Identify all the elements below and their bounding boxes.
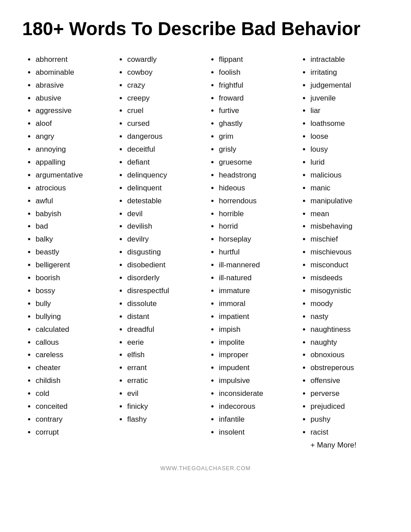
list-item: dissolute: [127, 298, 201, 310]
list-item: impatient: [219, 310, 293, 323]
list-item: cowboy: [127, 66, 201, 79]
list-item: distant: [127, 310, 201, 323]
list-item: irritating: [310, 66, 384, 79]
list-item: mischief: [310, 233, 384, 246]
list-item: corrupt: [36, 426, 109, 439]
list-item: abrasive: [36, 79, 109, 92]
list-item: boorish: [36, 272, 109, 285]
list-item: impish: [219, 323, 293, 336]
word-list-1: abhorrentabominableabrasiveabusiveaggres…: [27, 53, 109, 439]
list-item: flippant: [219, 53, 293, 66]
list-item: naughtiness: [310, 323, 384, 336]
list-item: bullying: [36, 310, 109, 323]
list-item: cheater: [36, 362, 109, 375]
word-list-2: cowardlycowboycrazycreepycruelcurseddang…: [118, 53, 201, 426]
list-item: furtive: [219, 105, 293, 117]
list-item: judgemental: [310, 79, 384, 92]
list-item: misconduct: [310, 259, 384, 272]
list-item: awful: [36, 195, 109, 208]
list-item: impudent: [219, 362, 293, 375]
list-item: offensive: [310, 375, 384, 387]
list-item: disgusting: [127, 246, 201, 259]
list-item: delinquent: [127, 182, 201, 195]
list-item: abominable: [36, 66, 109, 79]
column-2: cowardlycowboycrazycreepycruelcurseddang…: [114, 53, 206, 452]
list-item: detestable: [127, 195, 201, 208]
list-item: malicious: [310, 169, 384, 182]
footer-text: WWW.THEGOALCHASER.COM: [22, 465, 389, 472]
list-item: aggressive: [36, 105, 109, 117]
list-item: grim: [219, 130, 293, 143]
list-item: bully: [36, 298, 109, 310]
list-item: finicky: [127, 400, 201, 413]
list-item: frightful: [219, 79, 293, 92]
list-item: lousy: [310, 143, 384, 156]
list-item: delinquency: [127, 169, 201, 182]
list-item: bad: [36, 220, 109, 233]
list-item: contrary: [36, 413, 109, 426]
list-item: disorderly: [127, 272, 201, 285]
list-item: immoral: [219, 298, 293, 310]
list-item: abusive: [36, 92, 109, 105]
list-item: cold: [36, 387, 109, 400]
list-item: misbehaving: [310, 220, 384, 233]
list-item: careless: [36, 349, 109, 362]
list-item: pushy: [310, 413, 384, 426]
list-item: elfish: [127, 349, 201, 362]
list-item: crazy: [127, 79, 201, 92]
list-item: foolish: [219, 66, 293, 79]
list-item: disobedient: [127, 259, 201, 272]
list-item: intractable: [310, 53, 384, 66]
list-item: atrocious: [36, 182, 109, 195]
list-item: disrespectful: [127, 285, 201, 298]
list-item: inconsiderate: [219, 387, 293, 400]
more-note: + Many More!: [302, 439, 384, 452]
list-item: infantile: [219, 413, 293, 426]
list-item: dreadful: [127, 323, 201, 336]
list-item: evil: [127, 387, 201, 400]
list-item: obnoxious: [310, 349, 384, 362]
list-item: dangerous: [127, 130, 201, 143]
list-item: beastly: [36, 246, 109, 259]
list-item: babyish: [36, 208, 109, 221]
list-item: loose: [310, 130, 384, 143]
list-item: naughty: [310, 336, 384, 349]
list-item: improper: [219, 349, 293, 362]
list-item: manipulative: [310, 195, 384, 208]
list-item: errant: [127, 362, 201, 375]
column-4: intractableirritatingjudgementaljuvenile…: [297, 53, 389, 452]
list-item: nasty: [310, 310, 384, 323]
list-item: conceited: [36, 400, 109, 413]
list-item: moody: [310, 298, 384, 310]
list-item: headstrong: [219, 169, 293, 182]
list-item: devil: [127, 208, 201, 221]
word-list-4: intractableirritatingjudgementaljuvenile…: [302, 53, 384, 439]
list-item: manic: [310, 182, 384, 195]
list-item: mischievous: [310, 246, 384, 259]
list-item: indecorous: [219, 400, 293, 413]
list-item: insolent: [219, 426, 293, 439]
list-item: calculated: [36, 323, 109, 336]
list-item: creepy: [127, 92, 201, 105]
list-item: prejudiced: [310, 400, 384, 413]
list-item: gruesome: [219, 156, 293, 169]
column-1: abhorrentabominableabrasiveabusiveaggres…: [22, 53, 114, 452]
list-item: hurtful: [219, 246, 293, 259]
list-item: obstreperous: [310, 362, 384, 375]
list-item: erratic: [127, 375, 201, 387]
word-list-3: flippantfoolishfrightfulfrowardfurtivegh…: [210, 53, 293, 439]
list-item: racist: [310, 426, 384, 439]
list-item: eerie: [127, 336, 201, 349]
list-item: childish: [36, 375, 109, 387]
list-item: immature: [219, 285, 293, 298]
list-item: angry: [36, 130, 109, 143]
list-item: ill-mannered: [219, 259, 293, 272]
column-3: flippantfoolishfrightfulfrowardfurtivegh…: [206, 53, 297, 452]
list-item: defiant: [127, 156, 201, 169]
list-item: balky: [36, 233, 109, 246]
list-item: horrendous: [219, 195, 293, 208]
list-item: callous: [36, 336, 109, 349]
list-item: flashy: [127, 413, 201, 426]
list-item: aloof: [36, 117, 109, 130]
list-item: belligerent: [36, 259, 109, 272]
